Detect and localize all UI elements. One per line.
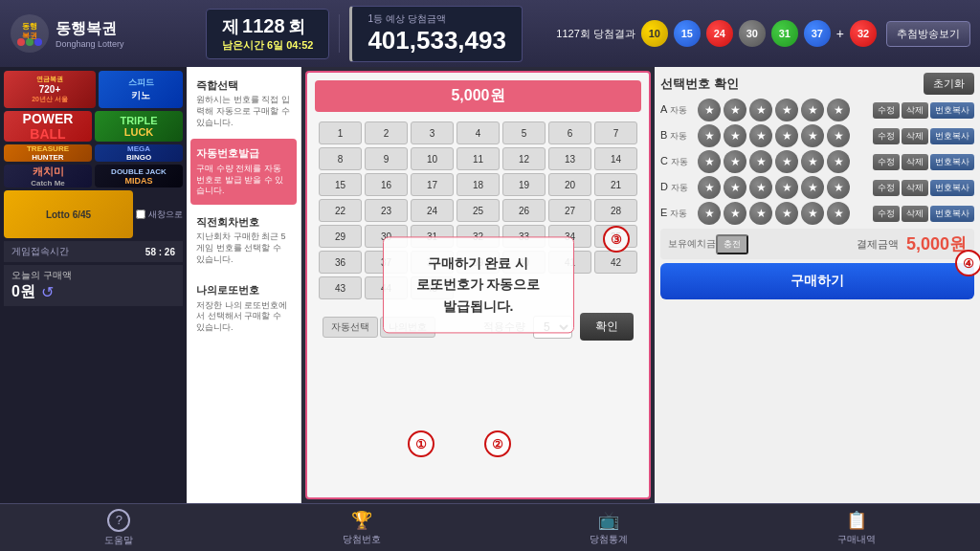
delete-btn-e[interactable]: 삭제 [902,206,928,222]
edit-btn-d[interactable]: 수정 [873,180,900,196]
num-btn-29[interactable]: 29 [319,225,362,248]
sidebar-item-speedkino[interactable]: 스피드 키노 [99,71,183,108]
menu-item-quick[interactable]: 즉합선택 원하시는 번호를 직접 입력해 자동으로 구매할 수 있습니다. [190,71,297,136]
sidebar-item-yeonkwon[interactable]: 연금복권 720+ 20년산 서울 [4,71,96,108]
num-btn-19[interactable]: 19 [502,173,546,196]
menu-item-auto[interactable]: 자동번호발급 구매 수량 전체를 자동 번호로 발급 받을 수 있습니다. [190,139,297,204]
balance-label: 보유예치금 [668,237,716,251]
nav-item-winner[interactable]: 🏆 당첨번호 [343,510,381,546]
menu-quick-desc: 원하시는 번호를 직접 입력해 자동으로 구매할 수 있습니다. [196,95,291,128]
sidebar-item-catchmi[interactable]: 캐치미 Catch Me [4,165,92,187]
reset-button[interactable]: 초기화 [924,73,974,95]
num-btn-24[interactable]: 24 [411,199,454,222]
row-label-e: E 자동 [660,207,694,220]
num-btn-15[interactable]: 15 [319,173,362,196]
num-btn-11[interactable]: 11 [457,147,500,170]
nav-item-stats[interactable]: 📺 당첨통계 [590,510,628,546]
num-btn-6[interactable]: 6 [548,121,591,144]
num-btn-23[interactable]: 23 [365,199,408,222]
ball-30: 30 [739,20,766,47]
num-btn-25[interactable]: 25 [457,199,500,222]
row-label-d: D 자동 [660,181,694,194]
confirm-button[interactable]: 확인 [580,313,634,341]
nav-item-history[interactable]: 📋 구매내역 [837,510,876,546]
copy-btn-d[interactable]: 번호복사 [930,180,974,196]
payment-amount: 5,000원 [906,232,967,255]
num-btn-27[interactable]: 27 [548,199,591,222]
sidebar-item-tripleluck[interactable]: TRIPLE LUCK [95,111,183,142]
num-btn-17[interactable]: 17 [411,173,454,196]
charge-button[interactable]: 충전 [716,234,748,254]
delete-btn-c[interactable]: 삭제 [902,154,928,170]
ball-10: 10 [641,20,668,47]
ball-d-4: ★ [775,176,798,199]
num-btn-1[interactable]: 1 [319,121,362,144]
num-btn-26[interactable]: 26 [502,199,546,222]
buy-button[interactable]: 구매하기 [660,263,974,299]
copy-btn-a[interactable]: 번호복사 [930,102,974,119]
num-btn-21[interactable]: 21 [594,173,637,196]
nav-stats-label: 당첨통계 [590,533,628,546]
num-btn-42[interactable]: 42 [594,251,637,274]
num-btn-5[interactable]: 5 [502,121,546,144]
tab-auto-select[interactable]: 자동선택 [323,317,378,338]
refresh-icon[interactable]: ↺ [41,283,54,301]
copy-btn-e[interactable]: 번호복사 [930,206,974,222]
sidebar-item-doublejack[interactable]: DOUBLE JACK MIDAS [95,165,183,187]
sidebar-item-lotto[interactable]: Lotto 6/45 [4,190,133,238]
annotation-1: ① [408,430,434,457]
num-btn-43[interactable]: 43 [319,276,362,299]
copy-btn-b[interactable]: 번호복사 [930,128,974,144]
num-btn-7[interactable]: 7 [594,121,637,144]
ball-b-1: ★ [698,124,721,147]
num-btn-8[interactable]: 8 [319,147,362,170]
ball-b-5: ★ [801,124,824,147]
nav-winner-label: 당첨번호 [343,533,381,546]
edit-btn-b[interactable]: 수정 [873,128,900,144]
num-btn-22[interactable]: 22 [319,199,362,222]
right-panel: 선택번호 확인 초기화 A 자동 ★ ★ ★ ★ ★ ★ 수정 삭제 번호복사 [655,67,980,503]
num-btn-2[interactable]: 2 [365,121,408,144]
delete-btn-b[interactable]: 삭제 [902,128,928,144]
new-window-checkbox[interactable] [136,209,145,219]
purchase-amount: 0원 [11,282,35,302]
edit-btn-c[interactable]: 수정 [873,154,900,170]
sidebar-item-megabingo[interactable]: MEGA BINGO [95,144,183,162]
edit-btn-a[interactable]: 수정 [873,102,900,119]
copy-btn-c[interactable]: 번호복사 [930,154,974,170]
menu-item-my[interactable]: 나의로또번호 저장한 나의 로또번호에서 선택해서 구매할 수 있습니다. [190,276,297,341]
num-btn-12[interactable]: 12 [502,147,546,170]
sidebar-item-powerball[interactable]: POWER BALL [4,111,92,142]
nav-item-help[interactable]: ? 도움말 [104,509,133,547]
num-btn-18[interactable]: 18 [457,173,500,196]
num-btn-10[interactable]: 10 [411,147,454,170]
delete-btn-d[interactable]: 삭제 [902,180,928,196]
result-area: 1127회 당첨결과 10 15 24 30 31 37 + 32 [556,20,877,47]
help-icon: ? [107,509,130,532]
draw-time: 남은시간 6일 04:52 [222,38,313,53]
num-btn-4[interactable]: 4 [457,121,500,144]
num-btn-14[interactable]: 14 [594,147,637,170]
num-btn-13[interactable]: 13 [548,147,591,170]
num-btn-20[interactable]: 20 [548,173,591,196]
table-row: B 자동 ★ ★ ★ ★ ★ ★ 수정 삭제 번호복사 [660,124,974,147]
logo-area: 동행 복권 동행복권 Donghang Lottery [10,13,196,54]
num-btn-28[interactable]: 28 [594,199,637,222]
prize-amount: 401,533,493 [368,26,506,55]
ball-d-6: ★ [827,176,850,199]
main-content: 연금복권 720+ 20년산 서울 스피드 키노 POWER BALL [0,67,980,503]
delete-btn-a[interactable]: 삭제 [902,102,928,119]
ball-a-6: ★ [827,99,850,121]
menu-item-recent[interactable]: 직전회차번호 지난회차 구매한 최근 5게임 번호를 선택할 수 있습니다. [190,208,297,273]
edit-btn-e[interactable]: 수정 [873,206,900,222]
prize-label: 1등 예상 당첨금액 [368,12,506,26]
replay-button[interactable]: 추첨방송보기 [886,21,970,47]
num-btn-36[interactable]: 36 [319,251,362,274]
menu-auto-desc: 구매 수량 전체를 자동 번호로 발급 받을 수 있습니다. [196,164,291,197]
num-btn-16[interactable]: 16 [365,173,408,196]
table-row: E 자동 ★ ★ ★ ★ ★ ★ 수정 삭제 번호복사 [660,202,974,225]
result-label: 1127회 당첨결과 [556,27,635,41]
num-btn-3[interactable]: 3 [411,121,454,144]
sidebar-item-treasure[interactable]: TREASURE HUNTER [4,144,92,162]
num-btn-9[interactable]: 9 [365,147,408,170]
